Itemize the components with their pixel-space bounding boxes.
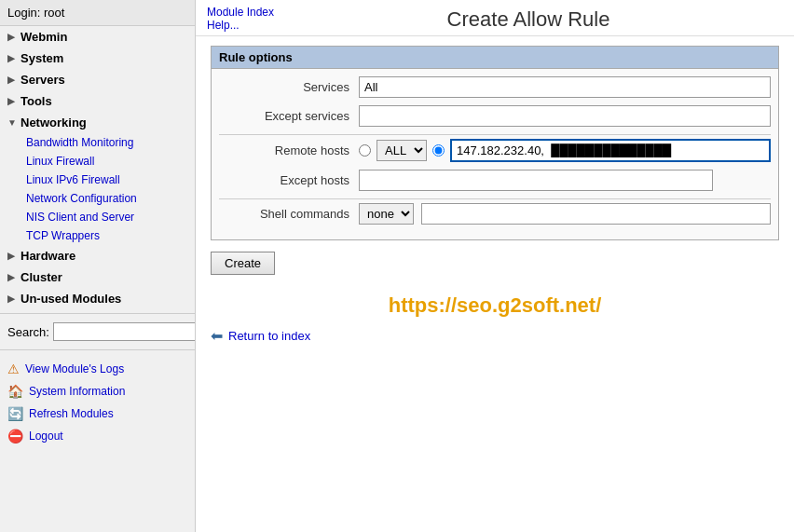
module-index-link[interactable]: Module Index [207, 6, 274, 19]
page-title: Create Allow Rule [274, 6, 783, 32]
chevron-right-icon: ▶ [7, 96, 21, 106]
remote-hosts-ip-input[interactable] [450, 139, 771, 162]
divider2 [219, 198, 771, 199]
sidebar-item-label: System [21, 51, 187, 65]
sidebar-item-linux-ipv6[interactable]: Linux IPv6 Firewall [0, 171, 195, 189]
shell-commands-select[interactable]: none [359, 203, 414, 225]
refresh-link[interactable]: 🔄 Refresh Modules [0, 402, 195, 425]
except-hosts-control [359, 170, 771, 191]
remote-hosts-inner: ALL [359, 139, 771, 162]
logout-label: Logout [29, 430, 63, 443]
shell-inner: none [359, 203, 771, 225]
sidebar-item-label: Tools [21, 94, 187, 108]
sidebar-item-unused[interactable]: ▶ Un-used Modules [0, 288, 195, 309]
sidebar-item-servers[interactable]: ▶ Servers [0, 69, 195, 90]
logout-icon: ⛔ [7, 429, 23, 443]
rule-options-body: Services Except services Remote hosts [212, 69, 778, 239]
sidebar-item-label: Webmin [21, 30, 187, 44]
shell-commands-label: Shell commands [219, 207, 359, 221]
except-services-control [359, 105, 771, 127]
services-input[interactable] [359, 76, 771, 98]
shell-commands-row: Shell commands none [219, 203, 771, 225]
system-info-label: System Information [29, 385, 125, 398]
chevron-right-icon: ▶ [7, 293, 21, 304]
except-hosts-row: Except hosts [219, 170, 771, 191]
main-content: Module Index Help... Create Allow Rule R… [196, 0, 794, 532]
return-link-label: Return to index [228, 329, 310, 343]
content-area: Rule options Services Except services [196, 36, 794, 354]
chevron-right-icon: ▶ [7, 53, 21, 63]
sidebar-item-label: Networking [21, 116, 187, 130]
sidebar-item-label: Un-used Modules [21, 292, 187, 306]
shell-commands-control: none [359, 203, 771, 225]
top-links: Module Index Help... [207, 6, 274, 32]
sidebar-item-network-config[interactable]: Network Configuration [0, 189, 195, 208]
search-row: Search: [0, 318, 195, 346]
home-icon: 🏠 [7, 384, 23, 399]
logout-link[interactable]: ⛔ Logout [0, 425, 195, 447]
refresh-icon: 🔄 [7, 406, 23, 421]
warning-icon: ⚠ [7, 361, 20, 376]
create-button[interactable]: Create [211, 252, 275, 275]
chevron-down-icon: ▼ [7, 117, 21, 128]
sidebar-item-tcp-wrappers[interactable]: TCP Wrappers [0, 226, 195, 245]
sidebar-item-cluster[interactable]: ▶ Cluster [0, 266, 195, 288]
system-info-link[interactable]: 🏠 System Information [0, 380, 195, 402]
sidebar-item-linux-firewall[interactable]: Linux Firewall [0, 152, 195, 171]
view-logs-link[interactable]: ⚠ View Module's Logs [0, 358, 195, 380]
remote-hosts-label: Remote hosts [219, 143, 359, 157]
search-label: Search: [7, 325, 49, 339]
remote-hosts-all-radio[interactable] [359, 144, 371, 157]
sidebar-item-hardware[interactable]: ▶ Hardware [0, 245, 195, 266]
refresh-label: Refresh Modules [29, 407, 114, 420]
except-hosts-label: Except hosts [219, 173, 359, 187]
divider [219, 134, 771, 135]
except-services-label: Except services [219, 109, 359, 123]
help-link[interactable]: Help... [207, 19, 240, 32]
sidebar-item-nis[interactable]: NIS Client and Server [0, 208, 195, 226]
services-control [359, 76, 771, 98]
shell-commands-input[interactable] [421, 203, 771, 225]
rule-options-box: Rule options Services Except services [211, 46, 779, 240]
chevron-right-icon: ▶ [7, 75, 21, 85]
login-label: Login: root [0, 0, 195, 26]
remote-hosts-select[interactable]: ALL [376, 140, 427, 161]
services-row: Services [219, 76, 771, 98]
remote-hosts-control: ALL [359, 139, 771, 162]
sidebar-item-bandwidth[interactable]: Bandwidth Monitoring [0, 133, 195, 152]
sidebar-item-tools[interactable]: ▶ Tools [0, 90, 195, 112]
rule-options-header: Rule options [212, 47, 778, 69]
sidebar-item-networking[interactable]: ▼ Networking [0, 112, 195, 133]
remote-hosts-row: Remote hosts ALL [219, 139, 771, 162]
sidebar-item-label: Servers [21, 73, 187, 87]
view-logs-label: View Module's Logs [25, 362, 124, 375]
except-hosts-input[interactable] [359, 170, 713, 191]
sidebar-item-label: Hardware [21, 249, 187, 263]
back-arrow-icon: ⬅ [211, 327, 223, 345]
main-top: Module Index Help... Create Allow Rule [196, 0, 794, 36]
except-services-input[interactable] [359, 105, 771, 127]
remote-hosts-ip-radio[interactable] [432, 144, 445, 157]
sidebar-item-system[interactable]: ▶ System [0, 48, 195, 69]
chevron-right-icon: ▶ [7, 251, 21, 261]
chevron-right-icon: ▶ [7, 272, 21, 282]
sidebar-bottom: ⚠ View Module's Logs 🏠 System Informatio… [0, 354, 195, 451]
promo-link[interactable]: https://seo.g2soft.net/ [211, 293, 779, 318]
chevron-right-icon: ▶ [7, 32, 21, 42]
sidebar-item-label: Cluster [21, 270, 187, 284]
services-label: Services [219, 80, 359, 94]
except-services-row: Except services [219, 105, 771, 127]
divider [0, 313, 195, 314]
search-input[interactable] [53, 322, 196, 341]
divider [0, 349, 195, 350]
sidebar-item-webmin[interactable]: ▶ Webmin [0, 26, 195, 48]
return-to-index-link[interactable]: ⬅ Return to index [211, 327, 779, 345]
sidebar: Login: root ▶ Webmin ▶ System ▶ Servers … [0, 0, 196, 532]
